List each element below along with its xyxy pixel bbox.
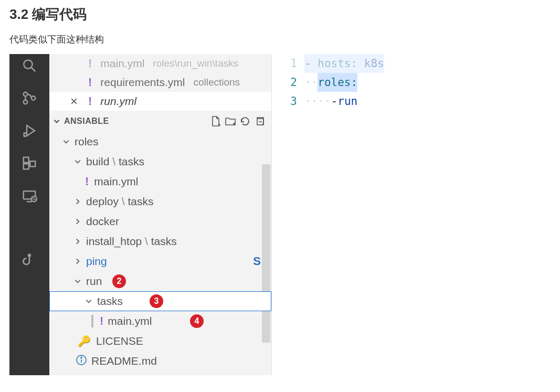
svg-rect-16 — [25, 226, 27, 228]
folder-label: deploy \ tasks — [86, 195, 153, 208]
code-line-3: ····- run — [304, 92, 384, 111]
file-label: main.yml — [108, 315, 152, 327]
new-folder-icon[interactable] — [223, 114, 238, 129]
yaml-icon: ! — [88, 57, 92, 70]
tree-file-main[interactable]: ! main.yml — [49, 172, 271, 192]
editor-hint: roles\run_win\tasks — [153, 58, 238, 69]
tree-folder-build[interactable]: build \ tasks — [49, 152, 271, 172]
section-heading: 3.2 编写代码 — [9, 5, 551, 24]
svg-point-14 — [31, 196, 37, 202]
file-label: README.md — [91, 355, 157, 367]
tree-file-readme[interactable]: README.md — [49, 351, 271, 371]
code-editor[interactable]: 1 2 3 - hosts: k8s ··roles: ····- run — [272, 54, 440, 375]
annotation-bubble-4: 4 — [190, 314, 204, 328]
svg-marker-5 — [27, 125, 35, 136]
code-line-2: ··roles: — [304, 73, 384, 92]
tree-folder-deploy[interactable]: deploy \ tasks — [49, 192, 271, 211]
tree-folder-docker[interactable]: docker — [49, 211, 271, 231]
file-tree: roles build \ tasks ! main.yml deploy \ … — [49, 132, 271, 375]
chevron-down-icon — [52, 117, 61, 125]
line-number: 2 — [272, 73, 297, 92]
chevron-right-icon — [73, 197, 82, 206]
folder-label: tasks — [97, 295, 123, 308]
folder-label: ping — [86, 255, 107, 268]
chevron-down-icon — [62, 137, 70, 146]
svg-point-0 — [24, 60, 32, 68]
svg-line-7 — [24, 133, 26, 133]
activity-bar — [9, 54, 49, 375]
explorer-section-header[interactable]: ANSIABLE — [49, 111, 271, 132]
refresh-icon[interactable] — [238, 114, 252, 129]
git-status-badge: S — [253, 255, 261, 268]
section-title: ANSIABLE — [64, 116, 109, 126]
open-editor-requirements[interactable]: ! requirements.yml collections — [49, 73, 271, 92]
svg-rect-18 — [25, 223, 27, 225]
tree-file-main-2[interactable]: ! main.yml 4 — [49, 311, 271, 331]
editor-name: run.yml — [100, 95, 136, 108]
code-line-1: - hosts: k8s — [304, 54, 384, 73]
license-icon: 🔑 — [78, 335, 91, 347]
new-file-icon[interactable] — [208, 114, 223, 129]
line-gutter: 1 2 3 — [272, 54, 304, 375]
tree-file-license[interactable]: 🔑 LICENSE — [49, 331, 271, 351]
folder-label: run — [86, 275, 102, 288]
explorer-sidebar: ! main.yml roles\run_win\tasks ! require… — [49, 54, 272, 375]
svg-rect-11 — [30, 161, 35, 166]
search-icon[interactable] — [19, 55, 40, 76]
tree-folder-run[interactable]: run 2 — [49, 271, 271, 291]
line-number: 1 — [272, 54, 297, 73]
svg-rect-19 — [28, 223, 30, 225]
ide-screenshot: ! main.yml roles\run_win\tasks ! require… — [9, 54, 440, 375]
source-control-icon[interactable] — [19, 88, 40, 109]
annotation-bubble-3: 3 — [150, 294, 163, 308]
debug-icon[interactable] — [19, 120, 40, 141]
svg-rect-10 — [24, 164, 29, 169]
file-label: main.yml — [94, 175, 138, 188]
svg-line-8 — [24, 136, 26, 136]
intro-text: 代码类似下面这种结构 — [9, 33, 551, 46]
folder-label: install_htop \ tasks — [86, 235, 177, 248]
chevron-down-icon — [84, 297, 93, 305]
svg-point-20 — [28, 255, 30, 257]
line-number: 3 — [272, 92, 297, 111]
file-label: LICENSE — [96, 335, 143, 347]
hook-icon[interactable] — [19, 250, 40, 271]
open-editors: ! main.yml roles\run_win\tasks ! require… — [49, 54, 271, 111]
chevron-down-icon — [73, 277, 82, 285]
extensions-icon[interactable] — [19, 153, 40, 174]
info-icon — [76, 354, 87, 368]
svg-line-1 — [31, 68, 36, 72]
indent-guide — [91, 315, 93, 327]
editor-name: main.yml — [100, 57, 144, 70]
chevron-right-icon — [73, 257, 82, 266]
tree-folder-roles[interactable]: roles — [49, 132, 271, 152]
chevron-right-icon — [73, 237, 82, 246]
tree-folder-tasks[interactable]: tasks 3 — [49, 291, 271, 311]
tree-folder-install-htop[interactable]: install_htop \ tasks — [49, 231, 271, 251]
remote-icon[interactable] — [19, 185, 40, 206]
chevron-right-icon — [73, 217, 82, 226]
folder-label: docker — [86, 215, 119, 228]
code-body[interactable]: - hosts: k8s ··roles: ····- run — [304, 54, 384, 375]
annotation-bubble-2: 2 — [112, 274, 126, 288]
svg-rect-9 — [24, 157, 29, 163]
folder-label: build \ tasks — [86, 155, 144, 168]
svg-point-2 — [24, 92, 28, 97]
yaml-icon: ! — [100, 314, 103, 328]
editor-name: requirements.yml — [100, 76, 185, 89]
open-editor-main[interactable]: ! main.yml roles\run_win\tasks — [49, 54, 271, 73]
editor-hint: collections — [193, 77, 240, 88]
collapse-all-icon[interactable] — [252, 114, 267, 129]
folder-label: roles — [75, 135, 99, 148]
svg-rect-15 — [23, 226, 25, 228]
close-icon[interactable]: × — [68, 94, 80, 109]
yaml-icon: ! — [88, 94, 92, 108]
open-editor-run[interactable]: × ! run.yml — [49, 92, 271, 111]
docker-icon[interactable] — [19, 218, 40, 239]
svg-point-3 — [24, 100, 28, 104]
svg-point-29 — [81, 357, 82, 358]
chevron-down-icon — [73, 157, 82, 166]
yaml-icon: ! — [88, 76, 92, 89]
svg-rect-17 — [28, 226, 30, 228]
tree-folder-ping[interactable]: ping S — [49, 251, 271, 271]
